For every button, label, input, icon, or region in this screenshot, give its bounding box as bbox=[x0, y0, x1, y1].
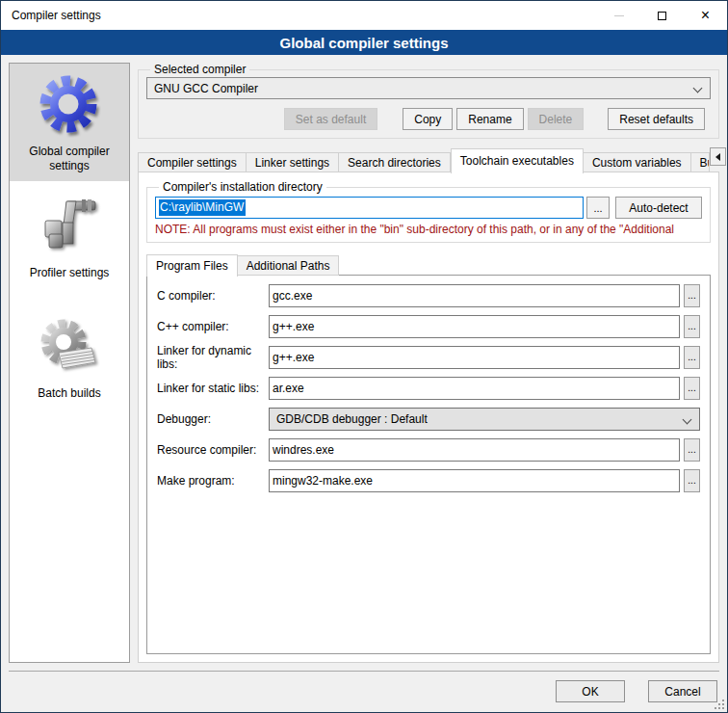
auto-detect-button[interactable]: Auto-detect bbox=[615, 197, 702, 219]
tab-search-directories[interactable]: Search directories bbox=[339, 152, 451, 172]
tab-scroll-left-button[interactable] bbox=[710, 147, 726, 166]
settings-category-list: Global compiler settings bbox=[9, 63, 130, 663]
debugger-label: Debugger: bbox=[157, 412, 269, 426]
installation-directory-group: Compiler's installation directory C:\ray… bbox=[146, 180, 711, 243]
sidebar-item-global-compiler-settings[interactable]: Global compiler settings bbox=[10, 64, 129, 181]
cancel-button[interactable]: Cancel bbox=[648, 680, 717, 702]
reset-defaults-button[interactable]: Reset defaults bbox=[608, 108, 705, 130]
resource-compiler-input[interactable]: windres.exe bbox=[269, 438, 680, 462]
chevron-down-icon bbox=[693, 84, 703, 93]
c-compiler-input[interactable]: gcc.exe bbox=[269, 284, 680, 307]
resource-compiler-browse-button[interactable]: ... bbox=[684, 438, 700, 462]
make-program-label: Make program: bbox=[157, 474, 269, 488]
linker-dynamic-value: g++.exe bbox=[273, 351, 314, 364]
linker-dynamic-label: Linker for dynamic libs: bbox=[157, 344, 269, 371]
linker-static-browse-button[interactable]: ... bbox=[684, 377, 700, 400]
linker-static-row: Linker for static libs: ar.exe ... bbox=[157, 377, 700, 400]
linker-dynamic-browse-button[interactable]: ... bbox=[684, 346, 700, 369]
make-program-value: mingw32-make.exe bbox=[273, 474, 373, 488]
installation-directory-row: C:\raylib\MinGW ... Auto-detect bbox=[155, 197, 702, 219]
program-tabs: Program Files Additional Paths bbox=[146, 252, 711, 276]
delete-button[interactable]: Delete bbox=[528, 108, 585, 130]
resize-grip[interactable] bbox=[722, 700, 724, 701]
close-button[interactable]: × bbox=[684, 1, 727, 30]
tab-build-options[interactable]: Build options bbox=[691, 152, 710, 172]
minimize-icon bbox=[614, 15, 624, 16]
titlebar: Compiler settings × bbox=[1, 1, 727, 30]
cpp-compiler-row: C++ compiler: g++.exe ... bbox=[157, 315, 700, 338]
resource-compiler-value: windres.exe bbox=[273, 443, 334, 457]
c-compiler-browse-button[interactable]: ... bbox=[684, 284, 700, 307]
debugger-value: GDB/CDB debugger : Default bbox=[276, 412, 428, 426]
cpp-compiler-browse-button[interactable]: ... bbox=[684, 315, 700, 338]
make-program-row: Make program: mingw32-make.exe ... bbox=[157, 469, 700, 492]
ok-button[interactable]: OK bbox=[556, 680, 625, 702]
make-program-browse-button[interactable]: ... bbox=[684, 469, 700, 492]
selected-compiler-value: GNU GCC Compiler bbox=[154, 82, 258, 95]
main-panel: Selected compiler GNU GCC Compiler Set a… bbox=[138, 63, 719, 663]
resource-compiler-label: Resource compiler: bbox=[157, 443, 269, 457]
sidebar-item-label: Profiler settings bbox=[12, 266, 127, 280]
dialog-body: Global compiler settings bbox=[1, 55, 727, 671]
tab-toolchain-executables[interactable]: Toolchain executables bbox=[451, 148, 584, 173]
gray-gear-stack-icon bbox=[12, 313, 127, 383]
make-program-input[interactable]: mingw32-make.exe bbox=[269, 469, 680, 492]
page-title: Global compiler settings bbox=[1, 30, 727, 55]
installation-directory-value: C:\raylib\MinGW bbox=[159, 199, 246, 216]
rename-button[interactable]: Rename bbox=[456, 108, 523, 130]
linker-static-input[interactable]: ar.exe bbox=[269, 377, 680, 400]
arrow-left-icon bbox=[715, 153, 720, 161]
blue-gear-icon bbox=[12, 71, 127, 141]
dialog-buttons: OK Cancel bbox=[1, 672, 727, 711]
linker-static-label: Linker for static libs: bbox=[157, 382, 269, 395]
linker-dynamic-row: Linker for dynamic libs: g++.exe ... bbox=[157, 346, 700, 369]
cpp-compiler-label: C++ compiler: bbox=[157, 320, 269, 333]
tab-custom-variables[interactable]: Custom variables bbox=[584, 152, 691, 172]
close-icon: × bbox=[701, 8, 710, 23]
window-controls: × bbox=[597, 1, 727, 30]
compiler-settings-window: Compiler settings × Global compiler sett… bbox=[0, 0, 728, 713]
window-title: Compiler settings bbox=[12, 9, 101, 22]
installation-directory-browse-button[interactable]: ... bbox=[586, 197, 610, 219]
compiler-actions-row: Set as default Copy Rename Delete Reset … bbox=[146, 108, 711, 130]
sidebar-item-batch-builds[interactable]: Batch builds bbox=[10, 305, 129, 409]
caliper-icon bbox=[12, 193, 127, 262]
set-as-default-button[interactable]: Set as default bbox=[284, 108, 377, 130]
linker-dynamic-input[interactable]: g++.exe bbox=[269, 346, 680, 369]
debugger-row: Debugger: GDB/CDB debugger : Default bbox=[157, 408, 700, 431]
linker-static-value: ar.exe bbox=[273, 382, 304, 395]
debugger-dropdown[interactable]: GDB/CDB debugger : Default bbox=[269, 408, 700, 431]
maximize-icon bbox=[658, 12, 666, 20]
toolchain-executables-page: Compiler's installation directory C:\ray… bbox=[138, 172, 719, 663]
program-files-panel: C compiler: gcc.exe ... C++ compiler: g+… bbox=[146, 275, 711, 654]
resource-compiler-row: Resource compiler: windres.exe ... bbox=[157, 438, 700, 462]
selected-compiler-group-label: Selected compiler bbox=[150, 63, 249, 76]
selected-compiler-dropdown[interactable]: GNU GCC Compiler bbox=[146, 77, 711, 99]
maximize-button[interactable] bbox=[640, 1, 684, 30]
selected-compiler-group: Selected compiler GNU GCC Compiler Set a… bbox=[138, 63, 719, 139]
tab-compiler-settings[interactable]: Compiler settings bbox=[138, 152, 247, 172]
settings-tabs: Compiler settings Linker settings Search… bbox=[138, 146, 719, 172]
installation-directory-label: Compiler's installation directory bbox=[159, 180, 326, 194]
minimize-button[interactable] bbox=[597, 1, 640, 30]
installation-directory-input[interactable]: C:\raylib\MinGW bbox=[155, 197, 584, 219]
sidebar-item-label: Global compiler settings bbox=[12, 145, 127, 173]
tab-program-files[interactable]: Program Files bbox=[146, 254, 238, 277]
tab-additional-paths[interactable]: Additional Paths bbox=[238, 255, 340, 276]
installation-note: NOTE: All programs must exist either in … bbox=[155, 223, 702, 236]
copy-button[interactable]: Copy bbox=[403, 108, 453, 130]
tab-scroll-buttons bbox=[710, 147, 728, 166]
cpp-compiler-input[interactable]: g++.exe bbox=[269, 315, 680, 338]
c-compiler-value: gcc.exe bbox=[273, 289, 312, 303]
cpp-compiler-value: g++.exe bbox=[273, 320, 314, 333]
tab-linker-settings[interactable]: Linker settings bbox=[247, 152, 339, 172]
chevron-down-icon bbox=[683, 415, 692, 425]
c-compiler-row: C compiler: gcc.exe ... bbox=[157, 284, 700, 307]
sidebar-item-label: Batch builds bbox=[12, 386, 127, 401]
c-compiler-label: C compiler: bbox=[157, 289, 269, 303]
sidebar-item-profiler-settings[interactable]: Profiler settings bbox=[10, 185, 129, 288]
